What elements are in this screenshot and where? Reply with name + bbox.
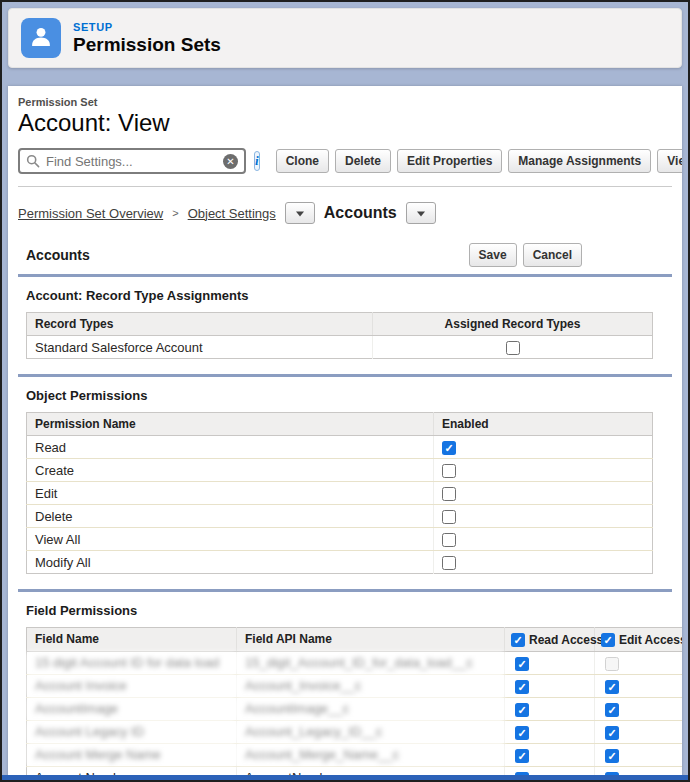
info-button[interactable]: i [254,151,260,171]
checkbox-checked[interactable] [515,657,529,671]
checkbox-checked[interactable] [515,703,529,717]
enabled-cell [434,436,653,459]
chevron-down-button[interactable] [406,202,436,224]
setup-header-text: SETUP Permission Sets [73,21,221,56]
setup-header: SETUP Permission Sets [8,8,682,68]
checkbox-unchecked[interactable] [442,533,456,547]
table-row: Read [27,436,653,459]
toolbar-button-manage-assignments[interactable]: Manage Assignments [508,149,651,173]
column-header: Field Name [27,628,237,652]
read-access-cell [505,674,595,697]
checkbox-unchecked[interactable] [442,464,456,478]
table-row: AccountImageAccountImage__c [27,697,683,720]
breadcrumb-link-object-settings[interactable]: Object Settings [188,206,276,221]
checkbox-unchecked[interactable] [442,556,456,570]
toolbar-buttons: CloneDeleteEdit PropertiesManage Assignm… [276,149,682,173]
read-access-header-checkbox[interactable] [511,633,525,647]
toolbar: ✕ i CloneDeleteEdit PropertiesManage Ass… [18,146,672,187]
checkbox-checked[interactable] [515,749,529,763]
page-title: Account: View [18,109,672,137]
table-row: Account InvoiceAccount_Invoice__c [27,674,683,697]
read-access-header-label: Read Access [529,633,603,647]
checkbox-checked[interactable] [605,680,619,694]
breadcrumb-separator: > [172,207,178,219]
find-settings-searchbox[interactable]: ✕ [18,148,246,174]
record-type-name: Standard Salesforce Account [27,336,373,359]
field-name-cell: AccountImage [27,697,237,720]
edit-access-header-label: Edit Access [619,633,682,647]
table-row: Delete [27,505,653,528]
table-row: 15 digit Account ID for data load15_digi… [27,651,683,674]
read-access-cell [505,743,595,766]
object-permissions-title: Object Permissions [18,388,672,403]
column-header: Permission Name [27,413,434,436]
field-name-cell: Account Legacy ID [27,720,237,743]
checkbox-checked[interactable] [605,726,619,740]
edit-access-cell [595,697,683,720]
field-api-name-cell: Account_Legacy_ID__c [237,720,505,743]
permission-sets-window: SETUP Permission Sets Permission Set Acc… [0,0,690,782]
record-type-rows: Standard Salesforce Account [27,336,653,359]
user-icon [28,23,54,53]
permission-name: View All [27,528,434,551]
read-access-cell [505,697,595,720]
checkbox-unchecked[interactable] [442,510,456,524]
read-access-cell [505,651,595,674]
column-header: Assigned Record Types [373,313,653,336]
checkbox-unchecked[interactable] [442,487,456,501]
toolbar-button-edit-properties[interactable]: Edit Properties [397,149,502,173]
field-name-cell: Account Invoice [27,674,237,697]
accounts-section-header: Accounts Save Cancel [18,243,672,277]
enabled-cell [434,528,653,551]
object-permissions-table: Permission Name Enabled ReadCreateEditDe… [26,412,653,574]
field-name-cell: 15 digit Account ID for data load [27,651,237,674]
search-input[interactable] [46,154,217,169]
permission-name: Modify All [27,551,434,574]
permission-set-detail: Permission Set Account: View ✕ i CloneDe… [8,86,682,780]
table-row: View All [27,528,653,551]
bottom-edge-strip [2,775,688,780]
column-header: Enabled [434,413,653,436]
permission-name: Edit [27,482,434,505]
chevron-down-button[interactable] [285,202,315,224]
save-button[interactable]: Save [469,243,517,267]
table-row: Account Merge NameAccount_Merge_Name__c [27,743,683,766]
table-row: Modify All [27,551,653,574]
edit-access-cell [595,651,683,674]
search-icon [26,154,40,168]
edit-access-cell [595,743,683,766]
edit-access-header-checkbox[interactable] [601,633,615,647]
field-permissions-title: Field Permissions [18,603,672,618]
toolbar-button-clone[interactable]: Clone [276,149,329,173]
record-type-assignments-title: Account: Record Type Assignments [18,288,672,303]
edit-access-cell [595,674,683,697]
field-permissions-table: Field Name Field API Name Read Access Ed… [26,627,682,780]
checkbox-unchecked[interactable] [506,341,520,355]
breadcrumb: Permission Set Overview>Object SettingsA… [18,202,672,224]
checkbox-checked[interactable] [442,441,456,455]
table-row: Edit [27,482,653,505]
table-row: Account Legacy IDAccount_Legacy_ID__c [27,720,683,743]
toolbar-button-view-summary[interactable]: View Summary [657,149,682,173]
read-access-header: Read Access [505,628,595,652]
checkbox-disabled-unchecked [605,657,619,671]
breadcrumb-link-permission-set-overview[interactable]: Permission Set Overview [18,206,163,221]
save-cancel-group: Save Cancel [469,243,582,267]
column-header: Record Types [27,313,373,336]
page-subtitle: Permission Set [18,96,672,108]
table-row: Create [27,459,653,482]
checkbox-checked[interactable] [515,726,529,740]
checkbox-checked[interactable] [515,680,529,694]
section-divider [18,589,672,592]
edit-access-cell [595,720,683,743]
permission-sets-app-icon [21,18,61,58]
checkbox-checked[interactable] [605,749,619,763]
app-title: Permission Sets [73,34,221,56]
column-header: Field API Name [237,628,505,652]
toolbar-button-delete[interactable]: Delete [335,149,391,173]
checkbox-checked[interactable] [605,703,619,717]
clear-search-icon[interactable]: ✕ [223,154,238,169]
cancel-button[interactable]: Cancel [523,243,582,267]
record-type-assignments-table: Record Types Assigned Record Types Stand… [26,312,653,359]
breadcrumb-current: Accounts [324,204,397,222]
